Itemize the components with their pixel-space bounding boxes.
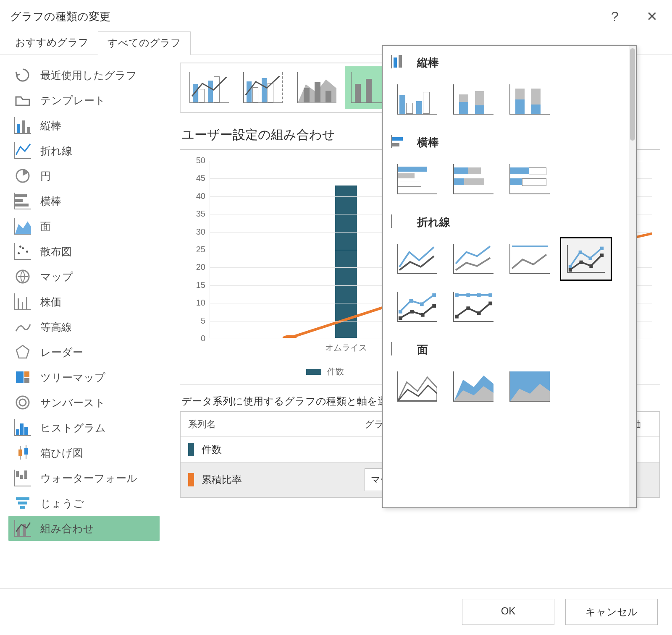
- svg-rect-17: [20, 506, 25, 509]
- sidebar-item-label: 円: [40, 169, 51, 183]
- combo-subtype-1[interactable]: [183, 66, 235, 110]
- svg-rect-29: [589, 264, 593, 268]
- gallery-item-100-stacked-line[interactable]: [504, 237, 556, 281]
- sidebar-item-bar[interactable]: 横棒: [8, 188, 160, 214]
- combo-subtype-3[interactable]: [291, 66, 343, 110]
- legend-label: 件数: [327, 366, 344, 377]
- close-icon[interactable]: ✕: [642, 8, 662, 24]
- sidebar-item-label: 折れ線: [40, 144, 72, 158]
- sidebar-item-label: 株価: [40, 295, 61, 309]
- svg-rect-38: [432, 304, 436, 308]
- gallery-item-stacked-area[interactable]: [447, 365, 499, 408]
- bar-chart-icon: [14, 193, 31, 209]
- svg-rect-16: [18, 502, 27, 504]
- sidebar-item-boxwhisker[interactable]: 箱ひげ図: [8, 440, 160, 465]
- gallery-item-100-stacked-line-markers[interactable]: [447, 285, 499, 329]
- sidebar-item-pie[interactable]: 円: [8, 163, 160, 188]
- sidebar-item-scatter[interactable]: 散布図: [8, 239, 160, 264]
- sidebar-item-area[interactable]: 面: [8, 214, 160, 239]
- sidebar-item-surface[interactable]: 等高線: [8, 314, 160, 340]
- gallery-item-line-markers[interactable]: [560, 237, 612, 281]
- gallery-item-area[interactable]: [391, 365, 443, 408]
- sidebar-item-histogram[interactable]: ヒストグラム: [8, 415, 160, 440]
- tab-recommended[interactable]: おすすめグラフ: [6, 31, 98, 55]
- gallery-section-line: 折れ線: [383, 205, 636, 333]
- pie-chart-icon: [14, 167, 31, 184]
- stock-chart-icon: [14, 293, 31, 310]
- sidebar-item-label: ヒストグラム: [40, 421, 106, 435]
- tab-all-charts[interactable]: すべてのグラフ: [98, 31, 191, 55]
- sidebar-item-label: レーダー: [40, 345, 83, 359]
- y-tick-label: 5: [188, 316, 205, 326]
- sidebar-item-funnel[interactable]: じょうご: [8, 491, 160, 516]
- svg-rect-34: [432, 293, 436, 297]
- sidebar-item-waterfall[interactable]: ウォーターフォール: [8, 465, 160, 491]
- y-tick-label: 50: [188, 156, 205, 165]
- sidebar-item-radar[interactable]: レーダー: [8, 340, 160, 365]
- svg-point-19: [283, 335, 297, 338]
- help-icon[interactable]: ?: [605, 9, 625, 24]
- gallery-item-100-stacked-bar[interactable]: [504, 157, 556, 201]
- sidebar-item-treemap[interactable]: ツリーマップ: [8, 365, 160, 390]
- scrollbar-thumb[interactable]: [630, 48, 635, 141]
- y-tick-label: 35: [188, 209, 205, 219]
- y-tick-label: 10: [188, 298, 205, 308]
- sidebar-item-templates[interactable]: テンプレート: [8, 88, 160, 113]
- svg-rect-30: [600, 253, 604, 257]
- cancel-button[interactable]: キャンセル: [565, 599, 658, 625]
- combo-subtype-row: [180, 63, 400, 113]
- sidebar-item-label: マップ: [40, 270, 73, 284]
- gallery-item-100-stacked-column[interactable]: [504, 78, 556, 121]
- recent-icon: [14, 67, 31, 84]
- sidebar-item-combo[interactable]: 組み合わせ: [8, 516, 160, 541]
- gallery-scrollbar[interactable]: [629, 46, 636, 507]
- gallery-item-clustered-column[interactable]: [391, 78, 443, 121]
- svg-rect-4: [16, 371, 24, 383]
- chart-bar: [335, 186, 357, 338]
- sidebar-item-recent[interactable]: 最近使用したグラフ: [8, 63, 160, 88]
- area-chart-icon: [391, 342, 408, 357]
- area-chart-icon: [14, 218, 31, 235]
- gallery-section-column: 縦棒: [383, 46, 636, 125]
- sidebar-item-label: ツリーマップ: [40, 371, 105, 384]
- sidebar-item-label: じょうご: [40, 497, 84, 510]
- legend-swatch: [306, 369, 321, 375]
- svg-rect-32: [409, 299, 413, 303]
- radar-chart-icon: [14, 344, 31, 361]
- sidebar-item-sunburst[interactable]: サンバースト: [8, 390, 160, 415]
- gallery-item-line[interactable]: [391, 237, 443, 281]
- y-tick-label: 30: [188, 227, 205, 237]
- combo-chart-icon: [14, 520, 31, 537]
- svg-rect-44: [466, 306, 470, 310]
- series-swatch-icon: [188, 473, 194, 486]
- gallery-item-stacked-column[interactable]: [447, 78, 499, 121]
- svg-rect-40: [466, 293, 470, 297]
- ok-button[interactable]: OK: [462, 599, 554, 625]
- gallery-item-stacked-line[interactable]: [447, 237, 499, 281]
- sidebar-item-stock[interactable]: 株価: [8, 289, 160, 314]
- sidebar-item-label: ウォーターフォール: [40, 471, 137, 485]
- sidebar-item-line[interactable]: 折れ線: [8, 138, 160, 163]
- sidebar-item-map[interactable]: マップ: [8, 264, 160, 289]
- gallery-item-clustered-bar[interactable]: [391, 157, 443, 201]
- sidebar-item-label: 最近使用したグラフ: [40, 68, 137, 82]
- svg-rect-45: [477, 311, 481, 315]
- svg-rect-37: [421, 313, 425, 317]
- gallery-item-stacked-bar[interactable]: [447, 157, 499, 201]
- bar-chart-icon: [391, 135, 408, 150]
- y-tick-label: 40: [188, 191, 205, 201]
- gallery-item-100-stacked-area[interactable]: [504, 365, 556, 408]
- chart-legend: 件数: [306, 366, 344, 377]
- sidebar-item-column[interactable]: 縦棒: [8, 113, 160, 138]
- svg-rect-23: [569, 265, 572, 269]
- folder-icon: [14, 92, 31, 109]
- gallery-item-stacked-line-markers[interactable]: [391, 285, 443, 329]
- svg-rect-36: [410, 310, 414, 314]
- svg-marker-3: [16, 345, 29, 358]
- svg-rect-35: [399, 316, 402, 320]
- y-tick-label: 15: [188, 280, 205, 290]
- sidebar-item-label: 組み合わせ: [40, 522, 94, 536]
- svg-rect-41: [477, 293, 481, 297]
- combo-subtype-2[interactable]: [237, 66, 289, 110]
- svg-rect-6: [24, 378, 29, 383]
